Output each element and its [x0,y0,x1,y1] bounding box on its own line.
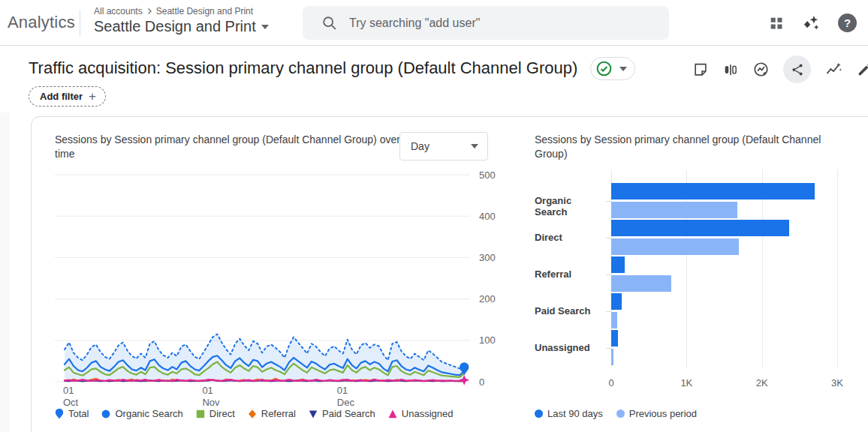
app-bar: Analytics All accounts Seattle Design an… [0,0,868,46]
bar-x-axis-label: 3K [831,377,843,388]
circle-marker-icon [101,409,110,419]
square-marker-icon [196,409,205,419]
pin-marker-icon [55,409,64,419]
total-area-fill [65,334,464,382]
bar-paid-search-current [611,293,622,310]
legend-item-organic-search: Organic Search [101,408,182,419]
legend-label: Organic Search [115,408,182,419]
y-axis-label: 300 [479,252,496,263]
legend-label: Unassigned [402,408,454,419]
comparison-icon[interactable] [722,62,739,78]
x-axis-label-month: Nov [202,397,220,408]
bar-category-label: Organic Search [535,195,607,218]
bar-x-axis-label: 2K [756,377,768,388]
search-input[interactable] [349,16,634,30]
x-axis-label-day: 01 [202,385,212,396]
bar-referral-current [611,256,625,273]
y-axis-label: 400 [479,211,496,222]
y-axis-label: 0 [479,376,484,388]
series-line-unassigned [65,380,464,381]
appbar-divider [80,10,80,36]
page-title: Traffic acquisition: Session primary cha… [29,58,577,78]
share-icon[interactable] [783,56,811,83]
legend-item-total: Total [55,408,89,419]
legend-item-unassigned: Unassigned [388,408,454,419]
sessions-bar-chart [611,170,837,368]
legend-item-referral: Referral [248,408,296,419]
chevron-down-icon [261,25,269,29]
circle-marker-icon [616,410,625,418]
help-icon[interactable]: ? [837,13,857,33]
bar-category-label: Direct [535,232,607,243]
chevron-down-icon [471,144,478,148]
bar-direct-current [611,220,789,236]
x-axis-label-day: 01 [63,385,74,396]
granularity-select[interactable]: Day [399,132,488,160]
bar-category-label: Referral [535,268,607,280]
left-rail [0,112,10,432]
legend-label: Direct [209,408,235,419]
breadcrumb-property[interactable]: Seattle Design and Print [156,6,253,16]
diamond-marker-icon [248,409,257,419]
bar-legend-item-previous-period: Previous period [616,408,697,419]
bar-direct-previous [611,238,739,255]
legend-label: Previous period [629,408,697,419]
bar-category-tick [606,201,611,202]
bar-paid-search-previous [611,312,617,328]
timeseries-legend: TotalOrganic SearchDirectReferralPaid Se… [55,408,453,419]
breadcrumb: All accounts Seattle Design and Print [94,6,253,16]
report-card: Sessions by Session primary channel grou… [31,116,868,432]
property-selector[interactable]: Seattle Design and Print [94,18,269,35]
bar-category-tick [606,238,611,238]
bar-chart-legend: Last 90 daysPrevious period [535,408,697,419]
y-axis-label: 200 [479,293,496,304]
report-toolbar [692,56,868,83]
search-icon [321,15,338,32]
bar-x-axis-label: 0 [608,377,613,388]
add-filter-button[interactable]: Add filter + [29,86,106,106]
bar-category-tick [606,274,611,275]
triangle-up-marker-icon [388,409,397,419]
bar-unassigned-previous [611,349,613,365]
x-axis-label-month: Dec [337,397,355,408]
bar-organic-search-previous [611,202,737,218]
circle-marker-icon [535,410,543,418]
apps-grid-icon[interactable] [768,15,785,32]
bar-referral-previous [611,275,671,292]
y-axis-label: 500 [479,170,496,181]
breadcrumb-all-accounts[interactable]: All accounts [94,6,143,16]
bar-x-axis-label: 1K [680,377,692,388]
add-filter-label: Add filter [40,91,83,102]
bar-category-label: Paid Search [535,305,607,316]
property-selector-label: Seattle Design and Print [94,18,256,35]
chevron-down-icon [619,67,627,71]
bar-unassigned-current [611,330,618,346]
y-axis-label: 100 [479,334,496,346]
edit-icon[interactable] [856,62,868,78]
granularity-value: Day [411,140,429,152]
legend-label: Referral [261,408,296,419]
legend-item-paid-search: Paid Search [309,408,375,419]
bar-legend-item-last-90-days: Last 90 days [535,408,603,419]
bar-chart-title: Sessions by Session primary channel grou… [535,133,844,161]
timeseries-chart-title: Sessions by Session primary channel grou… [55,133,408,161]
legend-label: Paid Search [322,408,375,419]
legend-item-direct: Direct [196,408,235,419]
plus-icon: + [89,90,96,103]
svg-text:?: ? [844,16,851,29]
sessions-over-time-chart: 010020030040050001Oct01Nov01Dec [55,170,505,410]
data-quality-badge[interactable] [590,57,635,80]
bar-category-tick [606,348,611,349]
triangle-down-marker-icon [309,409,318,419]
notes-icon[interactable] [692,62,709,78]
bar-category-label: Unassigned [535,342,607,353]
x-axis-label-day: 01 [337,385,348,396]
global-search[interactable] [303,6,669,40]
gemini-sparkle-icon[interactable] [801,14,821,33]
product-logo: Analytics [8,13,75,32]
trend-insights-icon[interactable] [824,61,842,79]
legend-label: Last 90 days [547,408,603,419]
insights-icon[interactable] [752,61,770,78]
chevron-right-icon [144,6,155,16]
bar-gridline [837,170,838,368]
